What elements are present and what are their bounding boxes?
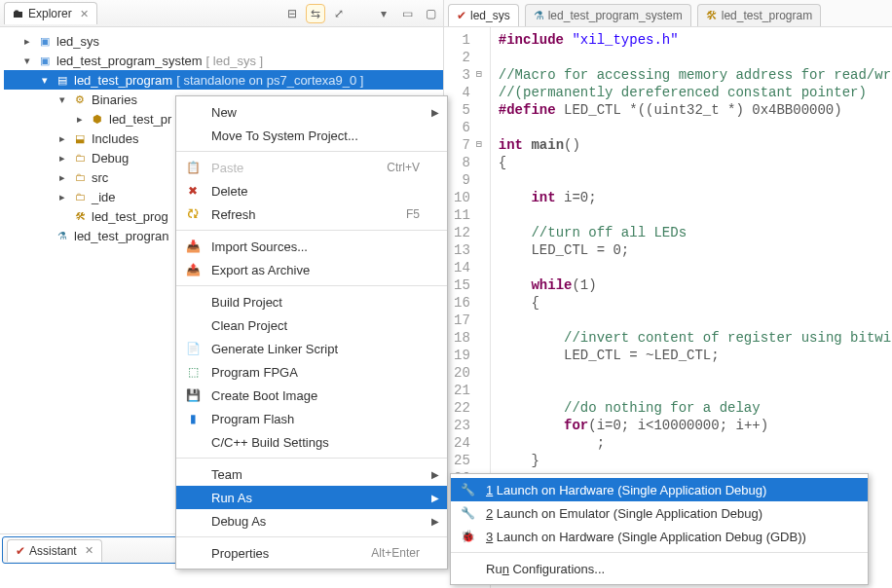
wrench-icon: 🛠 <box>72 208 88 224</box>
explorer-tab-label: Explorer <box>28 7 72 20</box>
editor-tab[interactable]: 🛠led_test_program <box>697 4 821 26</box>
expand-icon[interactable]: ▸ <box>74 113 86 126</box>
menu-item[interactable]: Clean Project <box>176 313 447 337</box>
tree-node-led-sys[interactable]: ▸ ▣ led_sys <box>4 31 443 51</box>
menu-item-label: Properties <box>211 546 361 561</box>
menu-separator <box>451 552 868 553</box>
menu-item-icon: ▮ <box>184 410 202 427</box>
menu-item-label: Program FPGA <box>211 365 420 380</box>
menu-separator <box>176 536 447 537</box>
menu-item[interactable]: 💾Create Boot Image <box>176 384 447 407</box>
submenu-arrow-icon: ▶ <box>431 493 439 503</box>
menu-item[interactable]: Run Configurations... <box>451 557 868 580</box>
tree-node-system[interactable]: ▾ ▣ led_test_program_system [ led_sys ] <box>4 51 443 70</box>
tree-label: _ide <box>92 190 116 204</box>
menu-item-icon <box>184 433 202 451</box>
menu-item-icon <box>459 560 476 577</box>
menu-item-icon <box>184 293 202 311</box>
menu-item[interactable]: Debug As▶ <box>176 509 447 533</box>
app-icon: ▤ <box>55 72 70 88</box>
menu-item-label: 2 Launch on Emulator (Single Application… <box>486 506 840 521</box>
menu-item-icon <box>184 465 202 483</box>
tree-label: Binaries <box>92 92 137 107</box>
expand-icon[interactable]: ▸ <box>56 191 68 203</box>
menu-shortcut: F5 <box>406 207 420 221</box>
tree-node-program-selected[interactable]: ▾ ▤ led_test_program [ standalone on ps7… <box>4 70 443 90</box>
menu-item[interactable]: ▮Program Flash <box>176 407 447 430</box>
expand-icon[interactable]: ▸ <box>56 132 68 145</box>
menu-separator <box>176 458 447 459</box>
menu-item[interactable]: 📄Generate Linker Script <box>176 337 447 360</box>
menu-item-icon: 🗘 <box>184 205 202 223</box>
menu-item-icon <box>184 489 202 506</box>
tree-suffix: [ led_sys ] <box>206 54 264 68</box>
menu-item[interactable]: ✖Delete <box>176 179 447 202</box>
tree-label: Includes <box>92 131 138 146</box>
submenu-arrow-icon: ▶ <box>431 107 439 118</box>
run-as-submenu[interactable]: 🔧1 Launch on Hardware (Single Applicatio… <box>450 473 869 585</box>
menu-item[interactable]: Team▶ <box>176 462 447 486</box>
close-icon[interactable]: ✕ <box>80 8 89 20</box>
check-icon: ✔ <box>16 544 25 558</box>
tree-label: led_test_program_system <box>56 54 203 68</box>
menu-item[interactable]: 🐞3 Launch on Hardware (Single Applicatio… <box>451 525 868 548</box>
explorer-tab[interactable]: 🖿 Explorer ✕ <box>4 2 97 24</box>
assistant-tab[interactable]: ✔ Assistant ✕ <box>7 539 102 562</box>
link-editor-icon[interactable]: ⇆ <box>307 5 324 22</box>
menu-item[interactable]: 🔧2 Launch on Emulator (Single Applicatio… <box>451 501 868 525</box>
context-menu[interactable]: New▶Move To System Project...📋PasteCtrl+… <box>175 95 448 570</box>
menu-item-label: Refresh <box>211 207 396 222</box>
collapse-icon[interactable]: ▾ <box>56 93 68 106</box>
binaries-icon: ⚙ <box>72 92 88 107</box>
menu-item[interactable]: Move To System Project... <box>176 124 447 147</box>
menu-item[interactable]: 📥Import Sources... <box>176 235 447 258</box>
menu-item-label: Debug As <box>211 514 420 529</box>
menu-item[interactable]: PropertiesAlt+Enter <box>176 541 447 565</box>
tree-label: led_test_progran <box>74 229 169 243</box>
menu-item[interactable]: Build Project <box>176 290 447 313</box>
menu-separator <box>176 285 447 286</box>
menu-item-icon: ✖ <box>184 182 202 200</box>
editor-tab[interactable]: ⚗led_test_program_system <box>525 4 691 26</box>
menu-item-icon: 🐞 <box>459 528 476 545</box>
tree-label: Debug <box>92 151 129 165</box>
menu-separator <box>176 230 447 231</box>
menu-item[interactable]: 🗘RefreshF5 <box>176 202 447 226</box>
menu-item-icon: ⬚ <box>184 363 202 381</box>
expand-icon[interactable]: ▸ <box>56 152 68 165</box>
menu-shortcut: Alt+Enter <box>371 546 420 560</box>
menu-item-label: Move To System Project... <box>211 129 420 143</box>
menu-item-icon <box>184 316 202 334</box>
editor-tab[interactable]: ✔led_sys <box>448 4 519 26</box>
menu-item-label: Generate Linker Script <box>211 342 420 356</box>
menu-item[interactable]: 📤Export as Archive <box>176 258 447 281</box>
menu-item-icon: 📤 <box>184 261 202 278</box>
expand-icon[interactable]: ▸ <box>21 35 33 48</box>
menu-item-label: 3 Launch on Hardware (Single Application… <box>486 530 840 544</box>
submenu-arrow-icon: ▶ <box>431 469 439 480</box>
menu-item-label: Delete <box>211 184 420 199</box>
menu-item[interactable]: ⬚Program FPGA <box>176 360 447 384</box>
collapse-icon[interactable]: ▾ <box>39 74 51 87</box>
menu-item-label: C/C++ Build Settings <box>211 435 420 450</box>
collapse-icon[interactable]: ▾ <box>21 55 33 67</box>
minimize-icon[interactable]: ▭ <box>398 5 416 22</box>
collapse-all-icon[interactable]: ⊟ <box>283 5 301 22</box>
menu-item[interactable]: New▶ <box>176 100 447 124</box>
menu-item[interactable]: C/C++ Build Settings <box>176 430 447 454</box>
file-icon: ⚗ <box>534 9 544 22</box>
maximize-icon[interactable]: ▢ <box>422 5 439 22</box>
focus-icon[interactable]: ⤢ <box>330 5 348 22</box>
folder-icon: 🗀 <box>72 189 88 204</box>
menu-item[interactable]: Run As▶ <box>176 486 447 509</box>
menu-item[interactable]: 🔧1 Launch on Hardware (Single Applicatio… <box>451 478 868 501</box>
menu-item-label: Create Boot Image <box>211 388 420 403</box>
submenu-arrow-icon: ▶ <box>431 516 439 527</box>
menu-item-icon: 💾 <box>184 386 202 404</box>
menu-item-label: 1 Launch on Hardware (Single Application… <box>486 483 840 497</box>
close-icon[interactable]: ✕ <box>85 544 93 557</box>
editor-tab-label: led_test_program <box>722 9 812 22</box>
view-menu-icon[interactable]: ▾ <box>375 5 392 22</box>
menu-item-icon <box>184 103 202 121</box>
expand-icon[interactable]: ▸ <box>56 171 68 184</box>
